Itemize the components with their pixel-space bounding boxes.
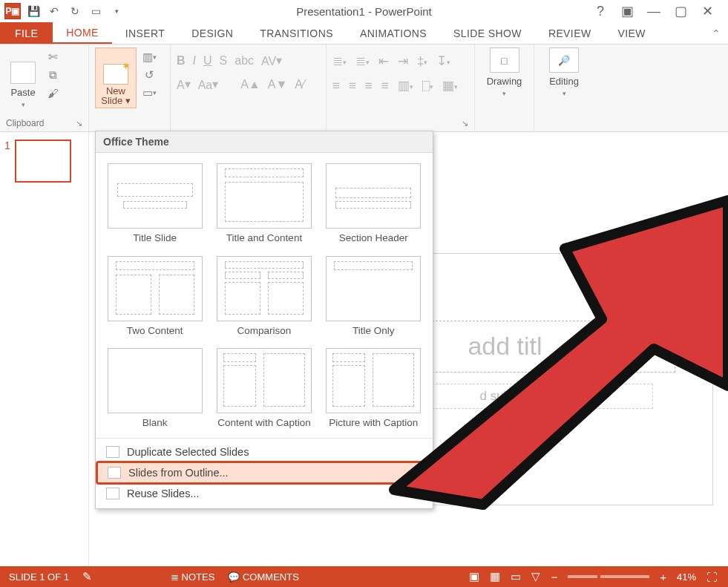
text-direction-icon[interactable]: ↧▾ xyxy=(436,53,450,69)
tab-view[interactable]: VIEW xyxy=(605,22,659,44)
normal-view-icon[interactable]: ▣ xyxy=(469,570,479,583)
layout-caption: Title Slide xyxy=(133,232,177,244)
save-icon[interactable]: 💾 xyxy=(24,1,43,21)
clipboard-dialog-launcher-icon[interactable]: ↘ xyxy=(76,119,82,128)
bold-icon[interactable]: B xyxy=(177,54,186,68)
grow-font-icon[interactable]: A▲ xyxy=(240,78,260,91)
paste-icon xyxy=(10,62,36,84)
tab-home[interactable]: HOME xyxy=(53,22,112,44)
close-icon[interactable]: ✕ xyxy=(698,3,716,19)
increase-indent-icon[interactable]: ⇥ xyxy=(398,53,408,69)
char-spacing-icon[interactable]: AV▾ xyxy=(261,53,282,68)
paragraph-dialog-launcher-icon[interactable]: ↘ xyxy=(462,119,468,128)
tab-file[interactable]: FILE xyxy=(0,22,53,44)
layout-title-only[interactable]: Title Only xyxy=(321,255,427,341)
format-painter-icon[interactable]: 🖌 xyxy=(45,86,61,99)
paste-button[interactable]: Paste ▾ xyxy=(6,47,40,108)
zoom-level[interactable]: 41% xyxy=(677,571,696,583)
columns-icon[interactable]: ▥▾ xyxy=(398,78,413,94)
slideshow-view-icon[interactable]: ▽ xyxy=(531,570,540,583)
decrease-indent-icon[interactable]: ⇤ xyxy=(378,53,389,69)
slides-from-outline[interactable]: Slides from Outline... xyxy=(97,462,431,483)
layout-blank[interactable]: Blank xyxy=(102,347,208,433)
tab-slideshow[interactable]: SLIDE SHOW xyxy=(440,22,535,44)
copy-icon[interactable]: ⧉ xyxy=(45,68,61,82)
fit-to-window-icon[interactable]: ⛶ xyxy=(706,571,718,583)
underline-icon[interactable]: U xyxy=(203,54,212,68)
layout-caption: Blank xyxy=(142,417,168,429)
title-bar: P▣ 💾 ↶ ↻ ▭ ▾ Presentation1 - PowerPoint … xyxy=(0,0,728,22)
zoom-slider[interactable] xyxy=(568,575,649,578)
notes-button[interactable]: ≣ NOTES xyxy=(171,571,214,583)
collapse-ribbon-icon[interactable]: ⌃ xyxy=(712,22,728,44)
line-spacing-icon[interactable]: ‡▾ xyxy=(417,54,427,69)
zoom-in-icon[interactable]: + xyxy=(660,571,666,583)
dropdown-footer-list: Duplicate Selected Slides Slides from Ou… xyxy=(96,438,433,508)
layout-caption: Two Content xyxy=(127,325,183,337)
start-from-beginning-icon[interactable]: ▭ xyxy=(86,1,105,21)
slide-thumbnail-row[interactable]: 1 xyxy=(4,140,84,183)
clear-formatting-icon[interactable]: A⁄ xyxy=(295,78,304,91)
layout-caption: Title Only xyxy=(352,325,395,337)
layout-title-and-content[interactable]: Title and Content xyxy=(211,162,317,249)
new-slide-label: New Slide ▾ xyxy=(101,86,131,106)
undo-icon[interactable]: ↶ xyxy=(45,1,64,21)
align-text-icon[interactable]: ⎕▾ xyxy=(422,79,433,94)
numbering-icon[interactable]: ≣▾ xyxy=(355,53,370,69)
maximize-icon[interactable]: ▢ xyxy=(672,3,689,19)
reset-icon[interactable]: ↺ xyxy=(141,68,157,82)
italic-icon[interactable]: I xyxy=(193,54,196,68)
zoom-out-icon[interactable]: − xyxy=(551,571,557,583)
section-icon[interactable]: ▭▾ xyxy=(141,86,157,99)
tab-design[interactable]: DESIGN xyxy=(178,22,246,44)
ribbon-display-options-icon[interactable]: ▣ xyxy=(618,3,636,19)
spellcheck-icon[interactable]: ✎ xyxy=(82,570,92,583)
layout-comparison[interactable]: Comparison xyxy=(211,255,317,341)
strikethrough-icon[interactable]: abc xyxy=(235,54,254,68)
align-center-icon[interactable]: ≡ xyxy=(349,79,356,94)
slide-thumbnail-number: 1 xyxy=(4,140,10,183)
layout-thumb xyxy=(217,163,312,229)
slide-sorter-view-icon[interactable]: ▦ xyxy=(490,570,500,583)
reading-view-icon[interactable]: ▭ xyxy=(511,570,521,583)
status-slide-indicator: SLIDE 1 OF 1 xyxy=(9,571,69,583)
minimize-icon[interactable]: — xyxy=(645,4,663,19)
layout-content-with-caption[interactable]: Content with Caption xyxy=(211,347,317,433)
align-right-icon[interactable]: ≡ xyxy=(365,79,373,94)
help-icon[interactable]: ? xyxy=(591,4,609,19)
redo-icon[interactable]: ↻ xyxy=(65,1,85,21)
reuse-icon xyxy=(106,488,119,499)
editing-button[interactable]: 🔎 Editing ▾ xyxy=(540,47,588,97)
justify-icon[interactable]: ≡ xyxy=(381,79,389,94)
tab-animations[interactable]: ANIMATIONS xyxy=(347,22,440,44)
convert-smartart-icon[interactable]: ▦▾ xyxy=(442,78,458,94)
qat-customize-icon[interactable]: ▾ xyxy=(107,1,126,21)
bullets-icon[interactable]: ≣▾ xyxy=(332,53,347,69)
shadow-icon[interactable]: S xyxy=(220,54,228,68)
comments-button[interactable]: 💬 COMMENTS xyxy=(228,571,298,583)
drawing-button[interactable]: ◻ Drawing ▾ xyxy=(481,47,528,97)
change-case-icon[interactable]: Aa▾ xyxy=(198,77,219,92)
layout-icon[interactable]: ▥▾ xyxy=(141,50,157,64)
comments-label: COMMENTS xyxy=(243,571,299,583)
duplicate-selected-slides[interactable]: Duplicate Selected Slides xyxy=(96,442,433,462)
cut-icon[interactable]: ✄ xyxy=(45,50,61,64)
align-left-icon[interactable]: ≡ xyxy=(332,79,340,94)
layout-section-header[interactable]: Section Header xyxy=(321,162,427,249)
tab-review[interactable]: REVIEW xyxy=(535,22,605,44)
layout-picture-with-caption[interactable]: Picture with Caption xyxy=(321,347,427,433)
layout-thumb xyxy=(326,348,421,413)
layout-title-slide[interactable]: Title Slide xyxy=(102,162,208,249)
tab-transitions[interactable]: TRANSITIONS xyxy=(246,22,347,44)
layout-two-content[interactable]: Two Content xyxy=(102,255,208,341)
layout-thumb xyxy=(108,256,203,321)
slide-thumbnail[interactable] xyxy=(15,140,71,183)
layout-thumb xyxy=(326,256,421,321)
slide-thumbnail-pane[interactable]: 1 xyxy=(0,132,89,566)
font-color-icon[interactable]: A▾ xyxy=(177,77,191,92)
tab-insert[interactable]: INSERT xyxy=(112,22,179,44)
layout-caption: Content with Caption xyxy=(217,417,310,429)
reuse-slides[interactable]: Reuse Slides... xyxy=(96,483,433,504)
shrink-font-icon[interactable]: A▼ xyxy=(268,78,288,91)
new-slide-button[interactable]: New Slide ▾ xyxy=(95,47,137,108)
